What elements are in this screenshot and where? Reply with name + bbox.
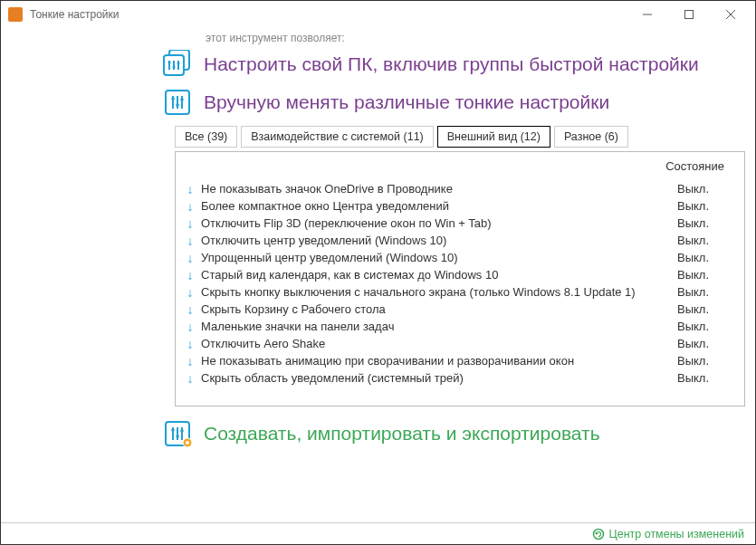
setting-name: Отключить Flip 3D (переключение окон по … (201, 216, 677, 230)
svg-point-16 (171, 97, 175, 100)
arrow-down-icon: ↓ (185, 234, 196, 248)
titlebar: Тонкие настройки (1, 1, 755, 28)
svg-point-18 (180, 98, 184, 101)
minimize-button[interactable] (627, 1, 668, 28)
setting-status: Выкл. (677, 337, 732, 350)
section-configure[interactable]: Настроить свой ПК, включив группы быстро… (162, 50, 730, 79)
maximize-button[interactable] (668, 1, 710, 28)
setting-name: Более компактное окно Центра уведомлений (201, 199, 677, 213)
setting-name: Не показывать анимацию при сворачивании … (201, 354, 677, 368)
arrow-down-icon: ↓ (185, 182, 196, 196)
setting-status: Выкл. (677, 182, 732, 196)
tab-2[interactable]: Внешний вид (12) (437, 126, 550, 148)
svg-point-28 (594, 529, 604, 539)
setting-status: Выкл. (677, 268, 732, 282)
setting-status: Выкл. (677, 251, 732, 264)
window-title: Тонкие настройки (30, 8, 627, 21)
restore-center-label: Центр отмены изменений (608, 528, 744, 540)
setting-name: Скрыть Корзину с Рабочего стола (201, 302, 677, 316)
setting-name: Маленькие значки на панели задач (201, 320, 677, 333)
tab-0[interactable]: Все (39) (175, 126, 237, 148)
arrow-down-icon: ↓ (185, 216, 196, 231)
setting-name: Скрыть область уведомлений (системный тр… (201, 371, 677, 385)
svg-point-25 (180, 429, 184, 433)
arrow-down-icon: ↓ (185, 371, 196, 386)
setting-name: Скрыть кнопку выключения с начального эк… (201, 285, 677, 299)
svg-point-9 (168, 62, 171, 64)
setting-status: Выкл. (677, 234, 732, 247)
svg-point-23 (171, 428, 175, 432)
section-export-title: Создавать, импортировать и экспортироват… (204, 423, 600, 445)
setting-status: Выкл. (677, 216, 732, 230)
setting-name: Старый вид календаря, как в системах до … (201, 268, 677, 282)
section-configure-title: Настроить свой ПК, включив группы быстро… (204, 53, 699, 75)
tabs: Все (39)Взаимодействие с системой (11)Вн… (175, 126, 730, 148)
sliders-icon (162, 88, 195, 117)
arrow-down-icon: ↓ (185, 268, 196, 282)
arrow-down-icon: ↓ (185, 302, 196, 317)
app-icon (8, 7, 23, 22)
status-bar: Центр отмены изменений (1, 522, 755, 544)
setting-status: Выкл. (677, 199, 732, 213)
sliders-stack-icon (162, 50, 195, 79)
svg-point-27 (186, 441, 189, 445)
sliders-gear-icon (162, 419, 195, 448)
svg-point-24 (176, 435, 179, 438)
undo-icon (592, 528, 605, 540)
settings-list: Состояние ↓Не показывать значок OneDrive… (175, 151, 745, 406)
svg-point-10 (173, 66, 176, 69)
setting-name: Отключить центр уведомлений (Windows 10) (201, 234, 677, 247)
svg-point-11 (177, 62, 180, 65)
setting-row[interactable]: ↓Маленькие значки на панели задачВыкл. (185, 318, 732, 335)
close-button[interactable] (710, 1, 751, 28)
setting-row[interactable]: ↓Скрыть кнопку выключения с начального э… (185, 283, 732, 301)
setting-row[interactable]: ↓Скрыть область уведомлений (системный т… (185, 369, 732, 387)
setting-row[interactable]: ↓Старый вид календаря, как в системах до… (185, 266, 732, 283)
section-manual-title: Вручную менять различные тонкие настройк… (204, 91, 609, 113)
arrow-down-icon: ↓ (185, 354, 196, 368)
tab-1[interactable]: Взаимодействие с системой (11) (241, 126, 434, 148)
window-controls (627, 1, 751, 28)
arrow-down-icon: ↓ (185, 337, 196, 351)
setting-status: Выкл. (677, 371, 732, 385)
setting-status: Выкл. (677, 354, 732, 368)
svg-point-17 (176, 103, 179, 107)
setting-status: Выкл. (677, 302, 732, 316)
setting-name: Отключить Aero Shake (201, 337, 677, 350)
setting-row[interactable]: ↓Не показывать значок OneDrive в Проводн… (185, 180, 732, 197)
intro-text: этот инструмент позволяет: (206, 32, 730, 44)
setting-status: Выкл. (677, 320, 732, 333)
setting-row[interactable]: ↓Упрощенный центр уведомлений (Windows 1… (185, 249, 732, 266)
setting-row[interactable]: ↓Отключить Aero ShakeВыкл. (185, 335, 732, 352)
arrow-down-icon: ↓ (185, 251, 196, 265)
arrow-down-icon: ↓ (185, 199, 196, 214)
restore-center-link[interactable]: Центр отмены изменений (592, 528, 744, 540)
setting-name: Не показывать значок OneDrive в Проводни… (201, 182, 677, 196)
setting-row[interactable]: ↓Отключить Flip 3D (переключение окон по… (185, 215, 732, 232)
section-manual[interactable]: Вручную менять различные тонкие настройк… (162, 88, 730, 117)
list-header-status: Состояние (185, 158, 732, 180)
setting-row[interactable]: ↓Отключить центр уведомлений (Windows 10… (185, 232, 732, 249)
setting-name: Упрощенный центр уведомлений (Windows 10… (201, 251, 677, 264)
setting-row[interactable]: ↓Более компактное окно Центра уведомлени… (185, 197, 732, 215)
arrow-down-icon: ↓ (185, 320, 196, 334)
section-export[interactable]: Создавать, импортировать и экспортироват… (162, 419, 730, 448)
setting-status: Выкл. (677, 285, 732, 299)
tab-3[interactable]: Разное (6) (554, 126, 628, 148)
setting-row[interactable]: ↓Не показывать анимацию при сворачивании… (185, 352, 732, 369)
arrow-down-icon: ↓ (185, 285, 196, 300)
svg-rect-1 (685, 11, 694, 19)
setting-row[interactable]: ↓Скрыть Корзину с Рабочего столаВыкл. (185, 301, 732, 318)
